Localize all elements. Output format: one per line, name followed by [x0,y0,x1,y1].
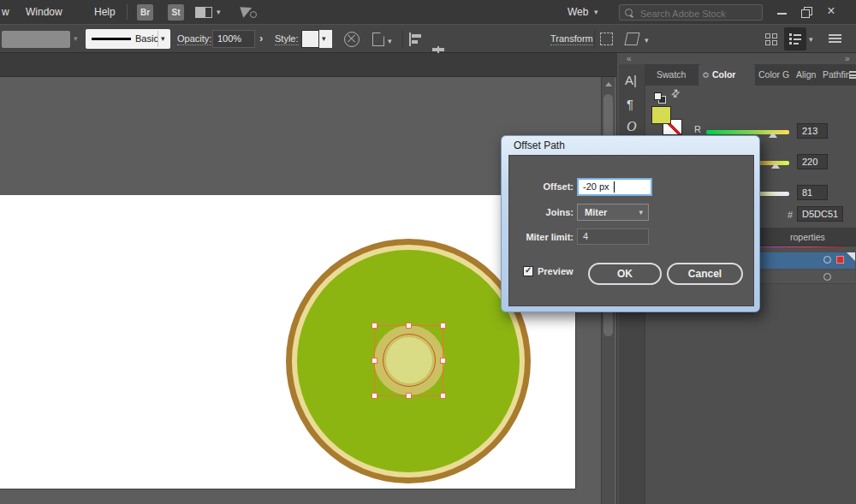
variable-width-profile-field[interactable] [2,31,70,48]
miter-limit-label: Miter limit: [509,232,574,242]
layer-target-icon-2[interactable] [823,273,831,281]
fill-swatch[interactable] [651,106,671,124]
dialog-title: Offset Path [514,139,565,151]
layer-corner-indicator [847,252,855,261]
scroll-up-icon[interactable] [605,82,612,86]
tab-gripper-icon: ≎ [702,69,710,80]
workspace-layout-icon[interactable] [195,7,212,18]
expand-panels-icon[interactable]: » [845,54,850,63]
swap-fill-stroke-icon[interactable]: ⇄ [669,86,683,100]
align-left-icon[interactable] [408,33,422,46]
opacity-spinner-icon[interactable]: › [259,32,263,44]
preview-checkbox[interactable]: ✓ [523,266,533,276]
style-label[interactable]: Style: [275,33,299,45]
cancel-button[interactable]: Cancel [667,263,743,285]
control-panel-menu-icon[interactable] [829,34,841,44]
controlbar-divider-2 [594,30,595,49]
handle-se[interactable] [440,393,446,399]
shear-chevron-icon[interactable]: ▾ [645,36,649,44]
graphic-style-chevron-icon: ▾ [322,34,326,43]
document-setup-chevron-icon[interactable]: ▾ [388,37,392,45]
hex-prefix-label: # [788,210,793,220]
document-setup-icon[interactable] [372,33,384,46]
dialog-body: Offset: -20 px Joins: Miter ▾ Miter limi… [508,155,754,306]
restore-button[interactable] [794,1,817,23]
transform-label[interactable]: Transform [550,33,593,45]
panel-tab-bar: Swatch ≎ Color Color G Align Pathfin [645,64,856,86]
hex-value-field[interactable]: D5DC51 [797,206,843,222]
menu-window[interactable]: Window [26,6,62,18]
handle-sw[interactable] [372,393,377,399]
bounding-box-icon[interactable] [600,33,613,45]
layer-selection-color-chip[interactable] [836,256,844,264]
stock-icon[interactable]: St [168,4,184,21]
stroke-style-widget[interactable]: Basic ▾ [86,29,170,49]
preview-label: Preview [538,266,574,276]
graphic-style-swatch[interactable] [301,30,319,48]
panel-list-button[interactable] [784,27,806,50]
recolor-artwork-icon[interactable] [344,32,360,47]
tab-color[interactable]: Color [712,69,735,80]
channel-r-value[interactable]: 213 [797,123,828,139]
control-bar: ▾ Basic ▾ Opacity: 100% › Style: ▾ ▾ Tra… [0,24,856,53]
share-icon[interactable] [241,5,255,17]
offset-path-dialog[interactable]: Offset Path Offset: -20 px Joins: Miter … [501,135,760,312]
panel-list-chevron-icon[interactable]: ▾ [809,35,813,44]
shear-icon[interactable] [624,33,639,45]
default-fill-stroke-icon[interactable] [654,92,666,103]
search-input[interactable] [639,6,758,21]
close-button[interactable]: × [820,3,842,26]
menu-bar: w Window Help Br St ▾ Web ▾ × [0,0,856,24]
miter-limit-value: 4 [583,231,588,241]
offset-input-value: -20 px [583,181,609,192]
handle-s[interactable] [406,393,412,399]
panel-menu-icon[interactable] [849,71,856,79]
menu-help[interactable]: Help [94,6,116,18]
opacity-field[interactable]: 100% [212,30,255,48]
offset-input[interactable]: -20 px [577,178,652,196]
text-caret [614,181,615,193]
bridge-icon[interactable]: Br [137,4,153,21]
collapse-panels-icon[interactable]: « [627,54,632,63]
tab-color-guide[interactable]: Color G [758,69,789,80]
profile-chevron-icon[interactable]: ▾ [74,34,78,43]
channel-g-handle[interactable] [771,163,780,169]
selection-bounding-box[interactable] [374,325,443,396]
menu-view[interactable]: w [2,6,9,18]
handle-ne[interactable] [440,323,446,329]
document-tab-strip [0,53,618,77]
stroke-style-label: Basic [135,33,158,44]
tab-align[interactable]: Align [796,69,816,80]
workspace-switcher-chevron-icon[interactable]: ▾ [594,8,598,16]
channel-g-value[interactable]: 220 [797,154,828,169]
handle-w[interactable] [372,358,377,364]
graphic-style-chevron[interactable]: ▾ [319,30,332,48]
joins-dropdown[interactable]: Miter ▾ [577,204,649,221]
paragraph-panel-icon[interactable]: ¶ [627,97,633,111]
character-panel-icon[interactable]: A| [625,73,637,87]
opentype-panel-icon[interactable]: O [627,119,637,134]
joins-value: Miter [585,207,607,217]
layer-target-icon[interactable] [823,256,831,264]
joins-label: Joins: [509,207,574,217]
arrange-documents-icon[interactable] [765,33,778,46]
search-icon-handle [630,15,633,18]
channel-b-value[interactable]: 81 [797,185,828,200]
handle-n[interactable] [406,323,412,329]
tab-properties[interactable]: roperties [790,232,825,242]
handle-nw[interactable] [372,323,377,329]
stroke-style-chevron-icon[interactable]: ▾ [161,34,165,43]
checkmark-icon: ✓ [525,265,532,275]
ok-button[interactable]: OK [588,263,662,285]
handle-e[interactable] [440,358,446,364]
opacity-label[interactable]: Opacity: [177,33,211,45]
workspace-chevron-icon[interactable]: ▾ [217,8,221,16]
minimize-button[interactable] [770,1,793,23]
controlbar-divider [402,30,403,49]
tab-swatches[interactable]: Swatch [657,69,686,80]
miter-limit-input[interactable]: 4 [577,228,649,245]
workspace-switcher[interactable]: Web [568,6,588,18]
tab-pathfinder[interactable]: Pathfin [823,69,851,80]
channel-r-handle[interactable] [769,132,777,138]
stock-search-box[interactable] [619,4,763,21]
